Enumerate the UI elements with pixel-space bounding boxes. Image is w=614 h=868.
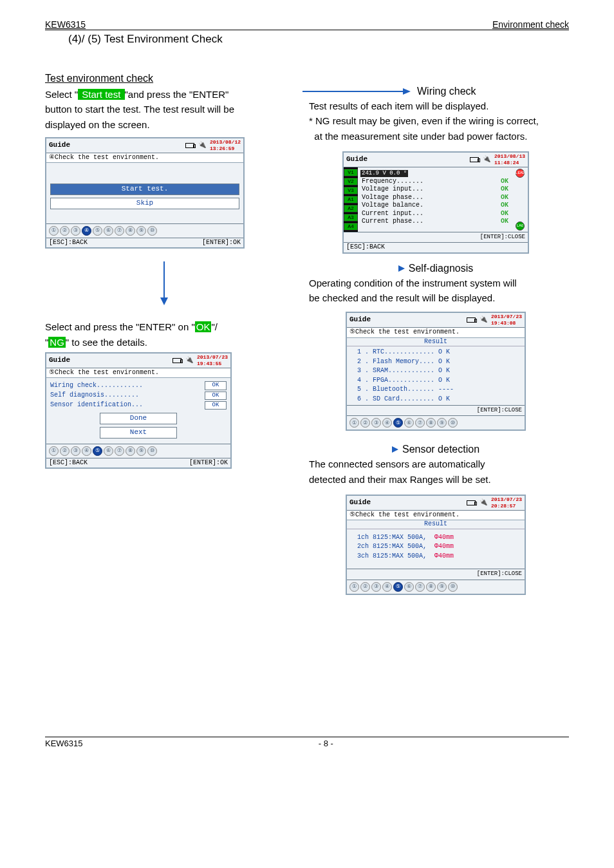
btn-start-test[interactable]: Start test. <box>50 184 239 195</box>
svg-marker-1 <box>160 297 168 305</box>
ok-wiring[interactable]: OK <box>205 381 227 390</box>
dev2-esc: [ESC]:BACK <box>49 459 88 467</box>
dev-selfdiag: Guide 🔌 2013/07/23 19:43:08 ⑤Check the t… <box>346 312 526 431</box>
dev1-title: Guide <box>49 141 70 150</box>
probe-lead-icon: LEAD <box>516 169 525 178</box>
dev2-title: Guide <box>49 356 70 365</box>
dev1-time: 2013/08/12 13:26:59 <box>210 139 241 152</box>
page-header: KEW6315 Environment check <box>45 19 569 30</box>
dev1-esc: [ESC]:BACK <box>49 239 88 247</box>
header-left: KEW6315 <box>45 19 86 30</box>
devw-esc: [ESC]:BACK <box>346 243 385 252</box>
battery-icon <box>172 358 181 363</box>
battery-icon <box>185 143 194 148</box>
plug-icon: 🔌 <box>479 316 487 325</box>
devs-enter: [ENTER]:CLOSE <box>347 405 525 415</box>
btn-done[interactable]: Done <box>100 413 177 424</box>
footer-page: - 8 - <box>319 739 333 748</box>
ok-highlight: OK <box>195 321 212 332</box>
ok-selfdiag[interactable]: OK <box>205 392 227 400</box>
devn-title: Guide <box>349 498 371 507</box>
header-right: Environment check <box>492 19 569 30</box>
dev1-enter: [ENTER]:OK <box>202 239 241 247</box>
dev2-band: ⑤Check the test environment. <box>46 368 230 379</box>
devw-title: Guide <box>346 155 367 164</box>
devw-leftlabels: V1V2V3A1A2A3A4 <box>344 167 358 232</box>
devn-time: 2013/07/23 20:28:57 <box>491 496 522 509</box>
btn-next[interactable]: Next <box>100 427 177 439</box>
devs-title: Guide <box>349 316 371 325</box>
test-env-heading: Test environment check <box>45 73 283 84</box>
test-env-text: Select " Start test "and press the "ENTE… <box>45 87 283 132</box>
dev-sensor: Guide 🔌 2013/07/23 20:28:57 ⑤Check the t… <box>346 495 526 595</box>
devw-enter: [ENTER]:CLOSE <box>344 232 528 242</box>
devs-steps: ①②③④ ⑤ ⑥⑦⑧⑨⑩ <box>347 415 525 429</box>
selfdiag-text: Operating condition of the instrument sy… <box>302 274 569 310</box>
dev2-steps: ①②③④ ⑤ ⑥⑦⑧⑨⑩ <box>46 444 230 458</box>
battery-icon <box>470 157 479 162</box>
devn-result-hdr: Result <box>347 520 525 529</box>
flow-arrow-down <box>158 261 171 307</box>
page-footer: KEW6315 - 8 - <box>45 737 569 748</box>
flow-arrow-sensor <box>392 446 398 453</box>
sensor-heading: Sensor detection <box>402 444 479 455</box>
devn-band: ⑤Check the test environment. <box>347 511 525 521</box>
selfdiag-heading: Self-diagnosis <box>409 263 474 274</box>
devs-result-hdr: Result <box>347 338 525 347</box>
plug-icon: 🔌 <box>483 156 490 164</box>
btn-skip[interactable]: Skip <box>50 198 239 209</box>
row-selfdiag: Self diagnosis......... <box>50 392 202 400</box>
dev-start-test: Guide 🔌 2013/08/12 13:26:59 ④Check the t… <box>45 137 245 249</box>
plug-icon: 🔌 <box>479 499 487 507</box>
flow-arrow-wiring <box>302 87 412 96</box>
flow-arrow-selfdiag <box>398 265 405 272</box>
sensor-text: The connected sensors are automatically … <box>302 455 569 491</box>
ng-highlight: NG <box>48 337 66 348</box>
probe-lag-icon: LAG <box>516 222 525 231</box>
wiring-heading: Wiring check <box>417 86 476 97</box>
devw-topval: 241.9 V 0.0 ° <box>360 170 408 177</box>
dev-results: Guide 🔌 2013/07/23 19:43:55 ⑤Check the t… <box>45 352 232 469</box>
dev2-time: 2013/07/23 19:43:55 <box>197 354 228 367</box>
midtext: Select and press the "ENTER" on "OK"/ "N… <box>45 319 283 350</box>
row-wiring: Wiring check............ <box>50 382 202 390</box>
battery-icon <box>467 317 476 323</box>
dev-wiring: Guide 🔌 2013/08/13 11:48:24 V1V2V3A1A2A3… <box>342 151 529 254</box>
svg-marker-3 <box>403 88 411 95</box>
footer-left: KEW6315 <box>45 739 83 748</box>
devn-steps: ①②③④ ⑤ ⑥⑦⑧⑨⑩ <box>347 580 525 594</box>
devs-band: ⑤Check the test environment. <box>347 328 525 338</box>
wiring-text: Test results of each item will be displa… <box>302 97 569 147</box>
dev1-band: ④Check the test environment. <box>46 153 243 164</box>
battery-icon <box>467 500 476 505</box>
start-test-highlight: Start test <box>78 89 124 100</box>
dev1-steps: ①②③ ④ ⑤⑥⑦ ⑧⑨⑩ <box>46 223 243 238</box>
dev2-enter: [ENTER]:OK <box>189 459 228 467</box>
devw-time: 2013/08/13 11:48:24 <box>494 153 525 166</box>
devs-time: 2013/07/23 19:43:08 <box>491 314 522 326</box>
section-title: (4)/ (5) Test Environment Check <box>45 30 569 52</box>
row-sensor: Sensor identification... <box>50 401 202 410</box>
plug-icon: 🔌 <box>185 357 193 365</box>
plug-icon: 🔌 <box>198 142 206 150</box>
ok-sensor[interactable]: OK <box>205 401 227 410</box>
devn-enter: [ENTER]:CLOSE <box>347 569 525 579</box>
